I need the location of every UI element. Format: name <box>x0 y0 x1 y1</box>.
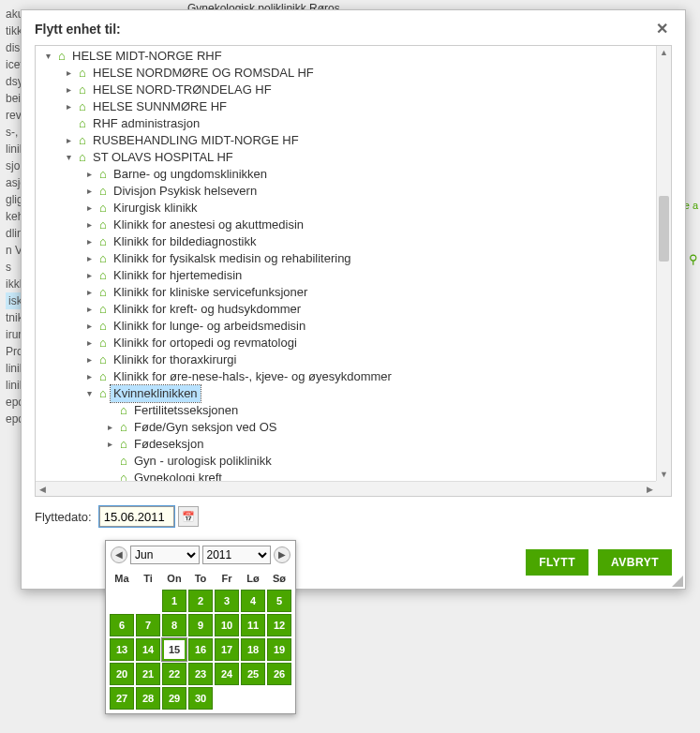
collapse-icon[interactable]: ▾ <box>41 48 54 65</box>
tree-node-label[interactable]: Klinikk for thoraxkirurgi <box>111 352 240 368</box>
collapse-icon[interactable]: ▾ <box>82 385 96 402</box>
expand-icon[interactable]: ▸ <box>103 419 116 436</box>
tree-row[interactable]: ▸⌂Klinikk for ortopedi og revmatologi <box>36 335 656 352</box>
tree-node-label[interactable]: RUSBEHANDLING MIDT-NORGE HF <box>90 132 302 149</box>
tree-row[interactable]: ▸⌂HELSE SUNNMØRE HF <box>36 98 656 115</box>
resize-grip[interactable] <box>670 574 683 587</box>
day-cell[interactable]: 27 <box>110 687 134 710</box>
tree-node-label[interactable]: HELSE MIDT-NORGE RHF <box>69 48 225 65</box>
tree-vertical-scrollbar[interactable]: ▲▼ <box>656 46 671 481</box>
day-cell[interactable]: 9 <box>188 614 213 636</box>
day-cell[interactable]: 2 <box>188 590 213 612</box>
tree-row[interactable]: ⌂Gyn - urologisk poliklinikk <box>36 453 656 470</box>
tree-node-label[interactable]: Gyn - urologisk poliklinikk <box>131 453 275 470</box>
day-cell[interactable]: 6 <box>110 614 134 636</box>
tree-node-label[interactable]: Barne- og ungdomsklinikken <box>111 166 270 183</box>
day-cell[interactable]: 24 <box>215 663 239 685</box>
day-cell[interactable]: 12 <box>267 614 291 636</box>
day-cell[interactable]: 5 <box>267 590 291 612</box>
day-cell[interactable]: 1 <box>162 590 186 612</box>
tree-node-label[interactable]: Fødeseksjon <box>131 436 206 453</box>
day-cell[interactable]: 11 <box>241 614 265 636</box>
tree-row[interactable]: ▸⌂Klinikk for fysikalsk medisin og rehab… <box>36 250 656 267</box>
tree-node-label[interactable]: Klinikk for anestesi og akuttmedisin <box>111 217 306 233</box>
day-cell[interactable]: 25 <box>241 663 265 685</box>
tree-node-label[interactable]: ST OLAVS HOSPITAL HF <box>90 149 236 166</box>
tree-node-label[interactable]: Kvinneklinikken <box>111 385 201 402</box>
tree-row[interactable]: ▸⌂HELSE NORD-TRØNDELAG HF <box>36 82 656 98</box>
move-date-input[interactable] <box>99 506 174 527</box>
day-cell[interactable]: 22 <box>162 663 186 685</box>
tree-row[interactable]: ▸⌂HELSE NORDMØRE OG ROMSDAL HF <box>36 65 656 82</box>
tree-node-label[interactable]: Klinikk for lunge- og arbeidsmedisin <box>111 318 308 335</box>
day-cell[interactable]: 17 <box>215 638 239 661</box>
open-calendar-button[interactable]: 📅 <box>178 506 199 527</box>
tree-node-label[interactable]: Klinikk for hjertemedisin <box>111 267 245 284</box>
tree-row[interactable]: ▸⌂Klinikk for thoraxkirurgi <box>36 352 656 368</box>
tree-row[interactable]: ▾⌂ST OLAVS HOSPITAL HF <box>36 149 656 166</box>
expand-icon[interactable]: ▸ <box>62 132 75 149</box>
close-button[interactable]: ✕ <box>652 20 672 37</box>
avbryt-button[interactable]: AVBRYT <box>598 549 672 576</box>
expand-icon[interactable]: ▸ <box>62 65 75 82</box>
tree-node-label[interactable]: Klinikk for ortopedi og revmatologi <box>111 335 300 352</box>
tree-row[interactable]: ▸⌂Divisjon Psykisk helsevern <box>36 183 656 200</box>
tree-row[interactable]: ▸⌂Klinikk for hjertemedisin <box>36 267 656 284</box>
tree-row[interactable]: ⌂Fertilitetsseksjonen <box>36 402 656 419</box>
expand-icon[interactable]: ▸ <box>82 335 96 352</box>
tree-row[interactable]: ⌂RHF administrasjon <box>36 115 656 132</box>
year-select[interactable]: 2011 <box>202 546 272 564</box>
tree-row[interactable]: ▸⌂Klinikk for lunge- og arbeidsmedisin <box>36 318 656 335</box>
tree-node-label[interactable]: Klinikk for øre-nese-hals-, kjeve- og øy… <box>111 368 395 385</box>
day-cell[interactable]: 8 <box>162 614 186 636</box>
expand-icon[interactable]: ▸ <box>62 98 75 115</box>
day-cell[interactable]: 18 <box>241 638 265 661</box>
tree-row[interactable]: ▸⌂Klinikk for kliniske servicefunksjoner <box>36 284 656 301</box>
expand-icon[interactable]: ▸ <box>82 284 96 301</box>
expand-icon[interactable]: ▸ <box>82 233 96 250</box>
tree-row[interactable]: ▸⌂Kirurgisk klinikk <box>36 200 656 217</box>
prev-month-button[interactable]: ◀ <box>111 546 127 563</box>
tree-row[interactable]: ▸⌂Fødeseksjon <box>36 436 656 453</box>
expand-icon[interactable]: ▸ <box>82 368 96 385</box>
tree-row[interactable]: ▸⌂Klinikk for øre-nese-hals-, kjeve- og … <box>36 368 656 385</box>
tree-node-label[interactable]: Klinikk for fysikalsk medisin og rehabil… <box>111 250 354 267</box>
tree-node-label[interactable]: HELSE SUNNMØRE HF <box>90 98 230 115</box>
tree-node-label[interactable]: Fertilitetsseksjonen <box>131 402 241 419</box>
flytt-button[interactable]: FLYTT <box>526 549 588 576</box>
expand-icon[interactable]: ▸ <box>103 436 116 453</box>
tree-node-label[interactable]: Klinikk for kliniske servicefunksjoner <box>111 284 310 301</box>
tree-row[interactable]: ▸⌂RUSBEHANDLING MIDT-NORGE HF <box>36 132 656 149</box>
tree-node-label[interactable]: Gynekologi kreft <box>131 470 225 481</box>
tree-row[interactable]: ▸⌂Klinikk for anestesi og akuttmedisin <box>36 217 656 233</box>
tree-row[interactable]: ⌂Gynekologi kreft <box>36 470 656 481</box>
tree-horizontal-scrollbar[interactable]: ◀▶ <box>36 481 656 496</box>
tree-row[interactable]: ▸⌂Klinikk for kreft- og hudsykdommer <box>36 301 656 318</box>
expand-icon[interactable]: ▸ <box>82 166 96 183</box>
tree-node-label[interactable]: Divisjon Psykisk helsevern <box>111 183 260 200</box>
day-cell[interactable]: 19 <box>267 638 291 661</box>
day-cell[interactable]: 20 <box>110 663 134 685</box>
day-cell[interactable]: 26 <box>267 663 291 685</box>
expand-icon[interactable]: ▸ <box>82 318 96 335</box>
next-month-button[interactable]: ▶ <box>274 546 290 563</box>
tree-row[interactable]: ▾⌂Kvinneklinikken <box>36 385 656 402</box>
expand-icon[interactable]: ▸ <box>82 250 96 267</box>
day-cell-selected[interactable]: 15 <box>162 638 186 661</box>
day-cell[interactable]: 14 <box>136 638 160 661</box>
day-cell[interactable]: 30 <box>188 687 213 710</box>
day-cell[interactable]: 29 <box>162 687 186 710</box>
day-cell[interactable]: 13 <box>110 638 134 661</box>
tree-row[interactable]: ▸⌂Barne- og ungdomsklinikken <box>36 166 656 183</box>
month-select[interactable]: Jun <box>130 546 200 564</box>
day-cell[interactable]: 16 <box>188 638 213 661</box>
expand-icon[interactable]: ▸ <box>82 267 96 284</box>
day-cell[interactable]: 10 <box>215 614 239 636</box>
tree-node-label[interactable]: RHF administrasjon <box>90 115 202 132</box>
collapse-icon[interactable]: ▾ <box>62 149 75 166</box>
day-cell[interactable]: 21 <box>136 663 160 685</box>
tree-node-label[interactable]: Klinikk for bildediagnostikk <box>111 233 259 250</box>
day-cell[interactable]: 23 <box>188 663 213 685</box>
expand-icon[interactable]: ▸ <box>82 183 96 200</box>
day-cell[interactable]: 7 <box>136 614 160 636</box>
